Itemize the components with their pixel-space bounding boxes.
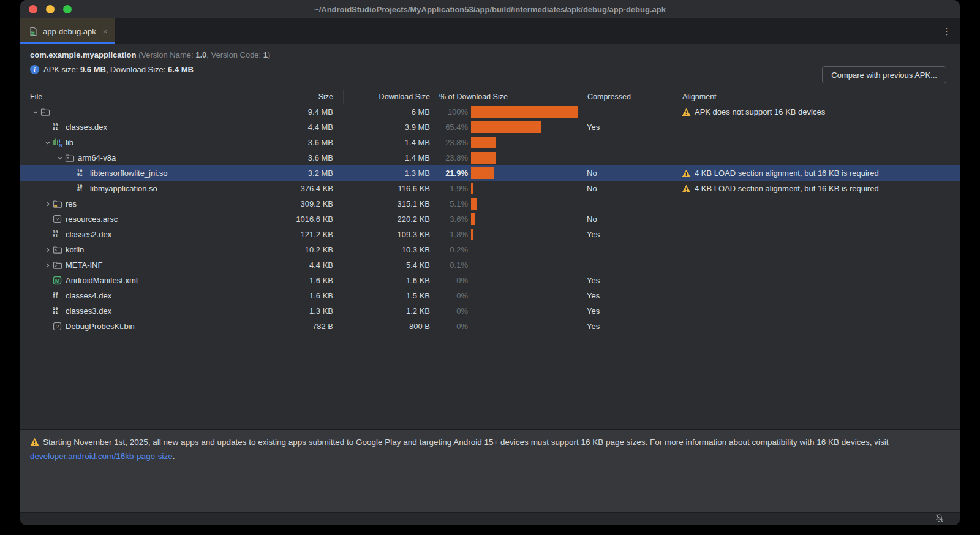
res-folder-icon bbox=[53, 199, 65, 209]
column-header-size[interactable]: Size bbox=[244, 90, 343, 104]
file-size: 1016.6 KB bbox=[244, 211, 343, 227]
tree-indent-spacer bbox=[42, 322, 53, 332]
tab-close-icon[interactable]: × bbox=[103, 27, 108, 36]
info-icon: i bbox=[30, 65, 39, 74]
folder-icon bbox=[65, 153, 77, 163]
table-row[interactable]: 1001classes3.dex1.3 KB1.2 KB0%Yes bbox=[20, 303, 960, 319]
file-size: 376.4 KB bbox=[244, 181, 343, 196]
alignment-cell bbox=[677, 288, 960, 303]
pct-of-download: 5.1% bbox=[439, 199, 468, 208]
16kb-page-size-link[interactable]: developer.android.com/16kb-page-size bbox=[30, 452, 173, 461]
table-row[interactable]: arm64-v8a3.6 MB1.4 MB23.8% bbox=[20, 150, 960, 165]
apk-analyzer-window: ~/AndroidStudioProjects/MyApplication53/… bbox=[20, 0, 960, 525]
chevron-down-icon[interactable] bbox=[30, 107, 40, 117]
table-row[interactable]: 1001libtensorflowlite_jni.so3.2 MB1.3 MB… bbox=[20, 165, 960, 181]
alignment-cell bbox=[677, 303, 960, 319]
compressed-flag: Yes bbox=[576, 288, 677, 303]
pct-bar-track bbox=[471, 167, 576, 179]
chevron-right-icon[interactable] bbox=[42, 245, 53, 255]
file-name: classes4.dex bbox=[66, 291, 111, 300]
pct-bar bbox=[471, 121, 541, 133]
pct-bar-track bbox=[471, 183, 576, 194]
svg-text:M: M bbox=[55, 278, 60, 284]
alignment-cell bbox=[677, 273, 960, 288]
pct-of-download: 100% bbox=[439, 107, 468, 116]
zoom-window-button[interactable] bbox=[63, 5, 72, 13]
table-row[interactable]: 9.4 MB6 MB100%APK does not support 16 KB… bbox=[20, 104, 960, 120]
table-row[interactable]: ?resources.arsc1016.6 KB220.2 KB3.6%No bbox=[20, 211, 960, 227]
warning-icon bbox=[30, 437, 39, 450]
dex-file-icon: 1001 bbox=[77, 169, 89, 178]
pct-bar-track bbox=[471, 213, 576, 225]
notifications-muted-bell-icon[interactable] bbox=[935, 514, 944, 525]
package-version-line: com.example.myapplication (Version Name:… bbox=[30, 50, 950, 59]
pct-bar bbox=[471, 152, 496, 164]
alignment-cell bbox=[677, 227, 960, 242]
tab-options-kebab-icon[interactable]: ⋮ bbox=[942, 18, 951, 44]
table-header: File Size Download Size % of Download Si… bbox=[20, 90, 960, 104]
download-size: 3.9 MB bbox=[343, 120, 435, 135]
download-size: 1.2 KB bbox=[343, 303, 435, 319]
apk-size-value: 9.6 MB bbox=[80, 65, 106, 74]
file-size: 3.6 MB bbox=[244, 135, 343, 150]
pct-of-download: 0.2% bbox=[439, 245, 468, 254]
minimize-window-button[interactable] bbox=[46, 5, 55, 13]
pct-bar-track bbox=[471, 137, 576, 148]
column-header-compressed[interactable]: Compressed bbox=[576, 90, 677, 104]
pct-of-download: 65.4% bbox=[439, 123, 468, 132]
tab-label: app-debug.apk bbox=[43, 27, 96, 36]
file-name: arm64-v8a bbox=[78, 153, 116, 162]
file-name: classes3.dex bbox=[66, 306, 111, 316]
table-row[interactable]: 1001classes4.dex1.6 KB1.5 KB0%Yes bbox=[20, 288, 960, 303]
svg-text:N: N bbox=[59, 143, 62, 148]
file-name: lib bbox=[66, 138, 74, 147]
chevron-down-icon[interactable] bbox=[55, 153, 65, 163]
pct-of-download: 0% bbox=[439, 306, 468, 316]
file-size: 1.3 KB bbox=[244, 303, 343, 319]
table-row[interactable]: Nlib3.6 MB1.4 MB23.8% bbox=[20, 135, 960, 150]
traffic-lights bbox=[29, 5, 72, 13]
chevron-right-icon[interactable] bbox=[42, 199, 53, 209]
table-row[interactable]: ?DebugProbesKt.bin782 B800 B0%Yes bbox=[20, 319, 960, 334]
compressed-flag bbox=[576, 135, 677, 150]
column-header-pct-of-download[interactable]: % of Download Size bbox=[435, 90, 576, 104]
pct-of-download: 23.8% bbox=[439, 138, 468, 147]
download-size: 5.4 KB bbox=[343, 257, 435, 273]
compressed-flag: Yes bbox=[576, 303, 677, 319]
table-row[interactable]: 1001libmyapplication.so376.4 KB116.6 KB1… bbox=[20, 181, 960, 196]
table-row[interactable]: MAndroidManifest.xml1.6 KB1.6 KB0%Yes bbox=[20, 273, 960, 288]
apk-summary-header: com.example.myapplication (Version Name:… bbox=[20, 44, 960, 90]
file-size: 1.6 KB bbox=[244, 273, 343, 288]
compare-with-previous-apk-button[interactable]: Compare with previous APK... bbox=[822, 66, 946, 83]
compressed-flag: Yes bbox=[576, 227, 677, 242]
column-header-download-size[interactable]: Download Size bbox=[343, 90, 435, 104]
compressed-flag: No bbox=[576, 165, 677, 181]
package-name: com.example.myapplication bbox=[30, 50, 136, 59]
pct-of-download: 21.9% bbox=[439, 169, 468, 178]
table-row[interactable]: 1001classes2.dex121.2 KB109.3 KB1.8%Yes bbox=[20, 227, 960, 242]
table-row[interactable]: META-INF4.4 KB5.4 KB0.1% bbox=[20, 257, 960, 273]
pkg-folder-icon bbox=[53, 245, 65, 255]
table-row[interactable]: 1001classes.dex4.4 MB3.9 MB65.4%Yes bbox=[20, 120, 960, 135]
table-row[interactable]: kotlin10.2 KB10.3 KB0.2% bbox=[20, 242, 960, 257]
banner-text: Starting November 1st, 2025, all new app… bbox=[43, 438, 888, 447]
download-size: 6 MB bbox=[343, 104, 435, 120]
file-name: DebugProbesKt.bin bbox=[66, 322, 135, 331]
pct-bar-track bbox=[471, 198, 576, 210]
pct-bar-track bbox=[471, 305, 576, 317]
pct-of-download: 0% bbox=[439, 291, 468, 300]
chevron-down-icon[interactable] bbox=[42, 138, 53, 148]
pct-bar-track bbox=[471, 152, 576, 164]
download-size: 1.4 MB bbox=[343, 135, 435, 150]
file-size: 3.2 MB bbox=[244, 165, 343, 181]
manifest-file-icon: M bbox=[53, 276, 65, 286]
tab-app-debug-apk[interactable]: app-debug.apk × bbox=[20, 18, 115, 44]
column-header-file[interactable]: File bbox=[20, 90, 244, 104]
chevron-right-icon[interactable] bbox=[42, 260, 53, 270]
close-window-button[interactable] bbox=[29, 5, 37, 13]
apk-size-line: i APK size: 9.6 MB, Download Size: 6.4 M… bbox=[30, 65, 950, 74]
table-row[interactable]: res309.2 KB315.1 KB5.1% bbox=[20, 196, 960, 211]
column-header-alignment[interactable]: Alignment bbox=[677, 90, 960, 104]
editor-tab-bar: app-debug.apk × ⋮ bbox=[20, 18, 960, 44]
file-name: classes.dex bbox=[66, 123, 107, 132]
